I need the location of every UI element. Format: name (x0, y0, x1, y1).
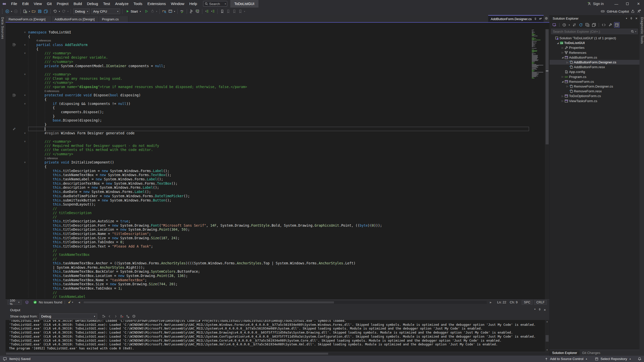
pending-changes-filter-icon[interactable] (561, 22, 567, 28)
column-indicator[interactable]: Ch: 9 (510, 300, 518, 304)
github-copilot-status[interactable]: GitHub Copilot (601, 9, 641, 13)
share-icon[interactable] (631, 9, 635, 13)
scroll-right-icon[interactable]: ▶ (489, 301, 493, 304)
fold-collapse-icon[interactable]: ∨ (22, 43, 28, 47)
code-line[interactable]: ∨ protected override void Dispose(bool d… (6, 93, 529, 97)
window-position-chevron-icon[interactable]: ▾ (534, 308, 536, 312)
code-line[interactable]: /// <param name="disposing">true if mana… (6, 85, 529, 89)
menu-tools[interactable]: Tools (131, 0, 145, 8)
clear-bookmarks-icon[interactable] (237, 8, 243, 14)
code-line[interactable]: this.titleDescription.TabIndex = 0; (6, 240, 529, 244)
code-line[interactable]: this.titleDescription = new System.Windo… (6, 169, 529, 173)
code-line[interactable]: // taskNameLabel (6, 295, 529, 299)
fold-collapse-icon[interactable]: ∨ (22, 102, 28, 106)
codelens-line[interactable]: 0 references (6, 89, 529, 93)
minimap[interactable] (531, 30, 544, 299)
previous-bookmark-icon[interactable] (225, 8, 231, 14)
codelens-line[interactable]: 1 reference (6, 156, 529, 160)
tab-list-chevron-icon[interactable]: ▾ (541, 17, 542, 20)
code-line[interactable]: ∨ partial class AddTaskForm (6, 43, 529, 47)
tree-item-viewtasksform-cs[interactable]: ▷ViewTasksForm.cs (550, 98, 639, 103)
maximize-button[interactable] (622, 0, 633, 8)
decrease-indent-icon[interactable] (204, 8, 210, 14)
collapse-all-icon[interactable] (585, 22, 590, 28)
new-project-icon[interactable] (22, 8, 28, 14)
code-line[interactable]: this.SuspendLayout(); (6, 202, 529, 207)
menu-help[interactable]: Help (187, 0, 200, 8)
tree-item-removeform-cs[interactable]: ◢RemoveForm.cs (550, 79, 639, 84)
scrollbar-thumb[interactable] (84, 301, 334, 303)
code-line[interactable]: /// Required designer variable. (6, 55, 529, 60)
chevron-down-icon[interactable]: ▾ (243, 10, 246, 13)
data-sources-tab[interactable]: Data Sources (1, 15, 4, 39)
fold-collapse-icon[interactable]: ∨ (22, 51, 28, 55)
code-line[interactable]: // (6, 207, 529, 211)
feedback-icon[interactable] (3, 357, 7, 361)
code-line[interactable]: { (6, 34, 529, 39)
next-bookmark-icon[interactable] (231, 8, 237, 14)
code-line[interactable]: this.taskNameTextBox.BackColor = System.… (6, 269, 529, 274)
show-timestamp-icon[interactable] (131, 313, 137, 319)
code-line[interactable]: | System.Windows.Forms.AnchorStyles.Righ… (6, 265, 529, 270)
code-line[interactable]: // (6, 249, 529, 253)
comment-lines-icon[interactable] (195, 8, 201, 14)
collapsed-arrow-icon[interactable]: ▷ (565, 61, 569, 64)
expanded-arrow-icon[interactable]: ◢ (556, 42, 560, 44)
expanded-arrow-icon[interactable]: ◢ (561, 56, 564, 59)
output-horizontal-scrollbar[interactable] (6, 352, 549, 355)
menu-test[interactable]: Test (101, 0, 113, 8)
sign-in-button[interactable]: Sign in (587, 2, 604, 6)
code-line[interactable]: /// the contents of this method with the… (6, 148, 529, 152)
show-all-files-icon[interactable] (591, 22, 597, 28)
code-line[interactable]: ∨ private void InitializeComponent() (6, 160, 529, 165)
code-line[interactable]: this.descriptionTextBox = new System.Win… (6, 181, 529, 186)
code-line[interactable]: // (6, 215, 529, 219)
editor-horizontal-scrollbar[interactable] (83, 301, 487, 304)
window-position-chevron-icon[interactable]: ▾ (626, 17, 627, 20)
solution-configurations-dropdown[interactable]: Debug▾ (73, 9, 90, 14)
scrollbar-thumb[interactable] (546, 29, 549, 144)
chevron-down-icon[interactable]: ▾ (156, 10, 158, 13)
code-line[interactable]: this.titleDescription.Name = "titleDescr… (6, 232, 529, 236)
code-line[interactable]: // taskNameTextBox (6, 253, 529, 257)
save-icon[interactable] (37, 8, 43, 14)
panel-tab-solution-explorer[interactable]: Solution Explorer (550, 350, 580, 356)
code-line[interactable]: this.titleDescription.Size = new System.… (6, 236, 529, 240)
notifications-bell-icon[interactable] (638, 357, 641, 361)
tree-item-addbuttonform-resx[interactable]: AddButtonForm.resx (550, 65, 639, 69)
output-source-dropdown[interactable]: Debug ▾ (39, 313, 97, 319)
code-line[interactable]: this.taskNameTextBox.Size = new System.D… (6, 282, 529, 286)
menu-analyze[interactable]: Analyze (112, 0, 131, 8)
minimize-button[interactable]: — (611, 0, 622, 8)
live-share-icon[interactable] (637, 9, 641, 13)
tree-item-app-config[interactable]: App.config (550, 69, 639, 74)
tree-item-properties[interactable]: ▷Properties (550, 45, 639, 50)
navigate-backward-icon[interactable] (4, 8, 10, 14)
preview-selected-items-icon[interactable] (614, 22, 620, 28)
code-line[interactable]: this.dueDate = new System.Windows.Forms.… (6, 190, 529, 194)
zoom-dropdown[interactable]: 100 % ▾ (8, 300, 22, 305)
chevron-down-icon[interactable]: ▾ (28, 10, 31, 13)
tree-item-todooptionsform-cs[interactable]: ▷ToDoOptionsForm.cs (550, 94, 639, 98)
panel-splitter[interactable] (6, 305, 549, 307)
navigate-to-icon[interactable] (167, 8, 173, 14)
edit-pen-icon[interactable] (13, 127, 16, 131)
menu-build[interactable]: Build (71, 0, 84, 8)
tree-item-addbuttonform-cs[interactable]: ◢AddButtonForm.cs (550, 55, 639, 60)
fold-collapse-icon[interactable]: ∨ (22, 30, 28, 34)
code-line[interactable]: /// Required method for Designer support… (6, 144, 529, 148)
tab-addbuttonform-designer[interactable]: AddButtonForm.Designer.cs × (488, 15, 544, 22)
code-line[interactable] (6, 135, 529, 139)
tab-options-gear-icon[interactable] (545, 17, 548, 20)
save-all-icon[interactable] (43, 8, 49, 14)
code-line[interactable]: base.Dispose(disposing); (6, 118, 529, 123)
properties-icon[interactable] (608, 22, 613, 28)
tree-item-removeform-resx[interactable]: RemoveForm.resx (550, 89, 639, 94)
scroll-up-icon[interactable]: ▲ (545, 320, 549, 323)
open-file-icon[interactable] (31, 8, 37, 14)
code-line[interactable]: // titleDescription (6, 211, 529, 215)
chevron-down-icon[interactable]: ▾ (58, 10, 61, 13)
chevron-down-icon[interactable]: ▾ (10, 10, 13, 13)
tree-item-solution-todolistgui-1-of-1-project[interactable]: Solution 'ToDoListGUI' (1 of 1 project) (550, 36, 639, 41)
collapsed-arrow-icon[interactable]: ▷ (561, 95, 564, 97)
